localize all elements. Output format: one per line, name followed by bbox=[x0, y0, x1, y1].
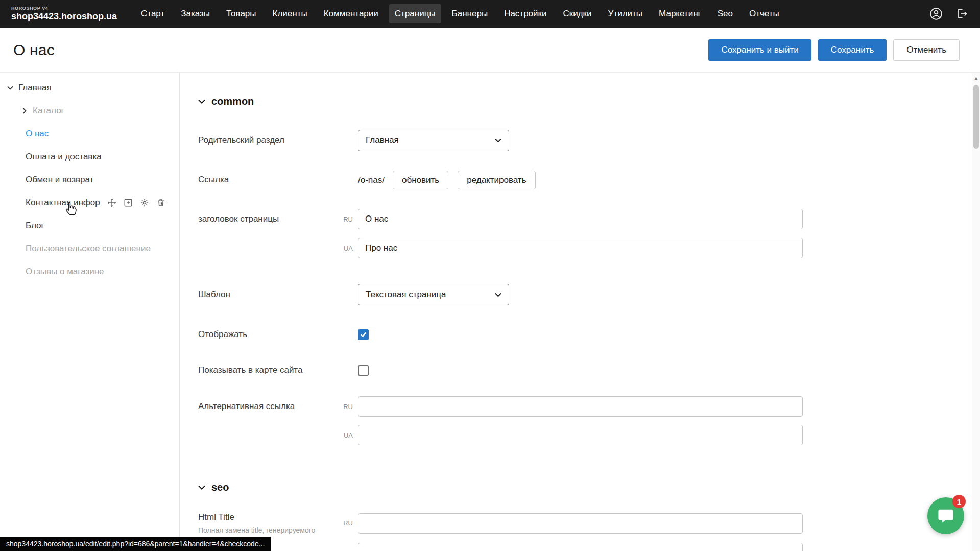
sidebar-item-label: Контактная инфор bbox=[26, 198, 100, 208]
display-checkbox[interactable] bbox=[358, 329, 369, 340]
account-icon[interactable] bbox=[929, 7, 943, 21]
sidebar-item-payment-delivery[interactable]: Оплата и доставка bbox=[0, 145, 179, 168]
nav-banners[interactable]: Баннеры bbox=[446, 4, 494, 23]
sidebar-item-label: О нас bbox=[26, 129, 49, 139]
edit-link-button[interactable]: редактировать bbox=[458, 171, 535, 189]
alt-link-label: Альтернативная ссылка bbox=[198, 401, 341, 412]
lang-ua-chip: UA bbox=[341, 432, 358, 439]
page-title-label: заголовок страницы bbox=[198, 213, 341, 225]
nav-orders[interactable]: Заказы bbox=[175, 4, 216, 23]
sitemap-checkbox[interactable] bbox=[358, 365, 369, 376]
logout-icon[interactable] bbox=[954, 7, 969, 21]
chevron-right-icon[interactable] bbox=[19, 108, 30, 114]
nav-clients[interactable]: Клиенты bbox=[267, 4, 313, 23]
sidebar-item-label: Главная bbox=[18, 83, 52, 93]
drag-move-icon[interactable] bbox=[107, 198, 117, 208]
nav-settings[interactable]: Настройки bbox=[498, 4, 552, 23]
template-label: Шаблон bbox=[198, 289, 341, 300]
nav-reports[interactable]: Отчеты bbox=[744, 4, 785, 23]
nav-marketing[interactable]: Маркетинг bbox=[653, 4, 707, 23]
sidebar-item-exchange-return[interactable]: Обмен и возврат bbox=[0, 168, 179, 191]
link-path-value: /o-nas/ bbox=[358, 175, 385, 185]
section-common-header[interactable]: common bbox=[198, 95, 972, 107]
nav-pages[interactable]: Страницы bbox=[389, 4, 441, 23]
sidebar-item-label: Обмен и возврат bbox=[26, 175, 93, 185]
template-value: Текстовая страница bbox=[366, 290, 446, 300]
chat-unread-badge: 1 bbox=[952, 495, 966, 508]
sidebar-item-blog[interactable]: Блог bbox=[0, 214, 179, 237]
cancel-button[interactable]: Отменить bbox=[893, 39, 960, 61]
section-seo-label: seo bbox=[211, 482, 229, 493]
top-navbar: HOROSHOP V4 shop34423.horoshop.ua Старт … bbox=[0, 0, 980, 28]
sitemap-label: Показывать в карте сайта bbox=[198, 365, 341, 376]
template-select[interactable]: Текстовая страница bbox=[358, 284, 509, 305]
html-title-ru-input[interactable] bbox=[358, 513, 803, 534]
parent-section-value: Главная bbox=[366, 135, 399, 146]
chat-widget-button[interactable]: 1 bbox=[927, 497, 964, 534]
brand-version: HOROSHOP V4 bbox=[11, 6, 117, 11]
sidebar-item-catalog[interactable]: Каталог bbox=[0, 99, 179, 122]
brand: HOROSHOP V4 shop34423.horoshop.ua bbox=[11, 6, 117, 21]
sidebar-item-user-agreement[interactable]: Пользовательское соглашение bbox=[0, 237, 179, 260]
sidebar-item-label: Блог bbox=[26, 221, 44, 231]
chevron-down-icon bbox=[198, 485, 205, 490]
settings-gear-icon[interactable] bbox=[139, 198, 150, 208]
display-label: Отображать bbox=[198, 329, 341, 340]
sidebar-item-about[interactable]: О нас bbox=[0, 122, 179, 145]
html-title-ua-input[interactable] bbox=[358, 543, 803, 551]
chat-bubble-icon bbox=[937, 507, 954, 524]
chevron-down-icon bbox=[495, 138, 501, 143]
vertical-scrollbar: ▲ bbox=[972, 73, 980, 551]
tree-row-actions bbox=[107, 198, 166, 208]
chevron-down-icon[interactable] bbox=[5, 86, 15, 90]
html-title-label: Html Title bbox=[198, 512, 341, 523]
nav-utilities[interactable]: Утилиты bbox=[603, 4, 649, 23]
alt-link-ua-input[interactable] bbox=[358, 425, 803, 445]
sidebar-item-home[interactable]: Главная bbox=[0, 76, 179, 99]
section-seo-header[interactable]: seo bbox=[198, 481, 972, 493]
sidebar-item-label: Отзывы о магазине bbox=[26, 267, 104, 277]
sidebar-item-label: Оплата и доставка bbox=[26, 152, 102, 162]
scroll-up-arrow-icon[interactable]: ▲ bbox=[972, 73, 980, 81]
nav-comments[interactable]: Комментарии bbox=[318, 4, 384, 23]
refresh-link-button[interactable]: обновить bbox=[393, 171, 448, 189]
nav-seo[interactable]: Seo bbox=[712, 4, 738, 23]
page-title: О нас bbox=[13, 41, 55, 59]
sidebar-item-contact-info[interactable]: Контактная инфор bbox=[0, 191, 179, 214]
sidebar-item-label: Каталог bbox=[33, 106, 64, 116]
chevron-down-icon bbox=[198, 99, 205, 104]
link-label: Ссылка bbox=[198, 174, 341, 185]
add-page-icon[interactable] bbox=[123, 198, 133, 208]
save-button[interactable]: Сохранить bbox=[818, 39, 887, 61]
nav-discounts[interactable]: Скидки bbox=[557, 4, 597, 23]
sidebar-item-label: Пользовательское соглашение bbox=[26, 244, 151, 254]
parent-section-label: Родительский раздел bbox=[198, 135, 341, 146]
html-title-hint: Полная замена title, генерируемого bbox=[198, 525, 341, 535]
alt-link-ru-input[interactable] bbox=[358, 396, 803, 417]
section-common-label: common bbox=[211, 95, 254, 107]
nav-products[interactable]: Товары bbox=[221, 4, 261, 23]
page-title-ru-input[interactable] bbox=[358, 209, 803, 229]
lang-ua-chip: UA bbox=[341, 245, 358, 252]
browser-status-bar: shop34423.horoshop.ua/edit/edit.php?id=6… bbox=[0, 537, 271, 551]
save-and-exit-button[interactable]: Сохранить и выйти bbox=[708, 39, 811, 61]
page-edit-form: common Родительский раздел Главная Ссылк… bbox=[180, 73, 972, 551]
delete-trash-icon[interactable] bbox=[156, 198, 166, 208]
pages-tree-sidebar: Главная Каталог О нас Оплата и доставка … bbox=[0, 73, 180, 551]
parent-section-select[interactable]: Главная bbox=[358, 130, 509, 151]
brand-domain: shop34423.horoshop.ua bbox=[11, 12, 117, 21]
nav-start[interactable]: Старт bbox=[135, 4, 170, 23]
chevron-down-icon bbox=[495, 293, 501, 297]
page-header: О нас Сохранить и выйти Сохранить Отмени… bbox=[0, 28, 980, 72]
lang-ru-chip: RU bbox=[341, 215, 358, 223]
page-title-ua-input[interactable] bbox=[358, 238, 803, 258]
main-nav: Старт Заказы Товары Клиенты Комментарии … bbox=[135, 4, 785, 23]
sidebar-item-store-reviews[interactable]: Отзывы о магазине bbox=[0, 260, 179, 283]
lang-ru-chip: RU bbox=[341, 519, 358, 527]
lang-ru-chip: RU bbox=[341, 403, 358, 411]
check-icon bbox=[360, 332, 367, 337]
scrollbar-thumb[interactable] bbox=[973, 85, 979, 149]
status-url: shop34423.horoshop.ua/edit/edit.php?id=6… bbox=[6, 540, 265, 548]
